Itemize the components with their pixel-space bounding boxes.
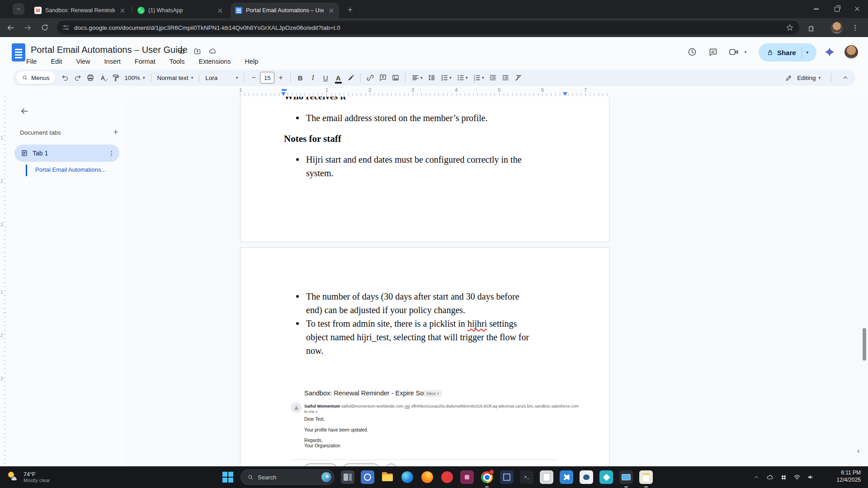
reload-button[interactable] <box>40 23 50 33</box>
underline-button[interactable]: U <box>319 71 332 84</box>
add-comment-button[interactable] <box>377 71 389 84</box>
menu-file[interactable]: File <box>24 57 39 66</box>
print-button[interactable] <box>84 71 97 84</box>
doc-bullet-line[interactable]: now. <box>306 344 323 357</box>
doc-bullet-line[interactable]: system. <box>306 166 334 180</box>
outline-heading-link[interactable]: Portal Email Automations... <box>35 166 106 173</box>
start-button[interactable] <box>222 472 233 483</box>
italic-button[interactable]: I <box>307 71 319 84</box>
tab-close-button[interactable] <box>327 6 335 14</box>
taskbar-app-firefox-icon[interactable] <box>420 470 434 484</box>
document-title[interactable]: Portal Email Automations – User Guide <box>31 45 188 55</box>
toolbar-menus-button[interactable]: Menus <box>16 71 55 84</box>
document-page-2[interactable] <box>240 247 609 466</box>
taskbar-app-red-browser-icon[interactable] <box>440 470 454 484</box>
sidebar-tab-1[interactable]: Tab 1 <box>14 145 119 162</box>
menu-insert[interactable]: Insert <box>102 57 123 66</box>
doc-bullet-line[interactable]: end) can be adjusted if your policy chan… <box>306 303 465 317</box>
taskbar-app-notes-icon[interactable] <box>540 470 553 484</box>
doc-bullet-line[interactable]: Hijri start and end dates must be config… <box>306 153 522 166</box>
tab-options-icon[interactable] <box>108 150 115 157</box>
font-size-input[interactable]: 15 <box>260 72 274 84</box>
taskbar-app-camera-icon[interactable] <box>361 470 374 484</box>
clear-formatting-button[interactable] <box>512 71 524 84</box>
redo-button[interactable] <box>71 71 84 84</box>
meet-button[interactable] <box>727 45 741 59</box>
taskbar-app-terminal-icon[interactable]: >_ <box>520 470 533 484</box>
tray-wifi-icon[interactable] <box>792 473 802 482</box>
taskbar-weather-widget[interactable]: 74°F Mostly clear <box>5 468 53 486</box>
gemini-button[interactable] <box>824 46 835 58</box>
zoom-select[interactable]: 100% ▾ <box>122 75 148 81</box>
menu-help[interactable]: Help <box>242 57 261 66</box>
taskbar-app-chrome-icon[interactable] <box>480 470 494 484</box>
taskbar-app-database-icon[interactable] <box>580 470 593 484</box>
browser-tab-gmail[interactable]: M Sandbox: Renewal Reminder - E <box>30 3 130 18</box>
increase-indent-button[interactable] <box>499 71 512 84</box>
taskbar-app-diamond-icon[interactable] <box>599 470 613 484</box>
undo-button[interactable] <box>59 71 71 84</box>
taskbar-app-notepad-icon[interactable] <box>639 470 653 484</box>
taskbar-app-system-monitor-icon[interactable] <box>619 470 633 484</box>
move-to-folder-button[interactable] <box>193 47 202 56</box>
window-restore-button[interactable] <box>826 0 847 18</box>
doc-bullet-line[interactable]: To test from admin site, there is a pick… <box>306 317 517 330</box>
document-status-button[interactable] <box>208 47 217 56</box>
increase-font-size-button[interactable]: + <box>274 71 287 84</box>
paragraph-style-select[interactable]: Normal text ▾ <box>155 75 196 81</box>
align-button[interactable]: ▾ <box>409 71 425 84</box>
extensions-button[interactable] <box>807 23 816 33</box>
browser-tab-whatsapp[interactable]: (1) WhatsApp <box>133 3 228 18</box>
docs-profile-avatar[interactable] <box>844 45 858 59</box>
bing-daily-icon[interactable] <box>321 472 331 482</box>
browser-menu-button[interactable] <box>850 23 860 33</box>
meet-dropdown-button[interactable]: ▾ <box>741 45 749 59</box>
taskbar-app-dev-tool-icon[interactable] <box>460 470 474 484</box>
window-minimize-button[interactable] <box>806 0 826 18</box>
menu-tools[interactable]: Tools <box>167 57 188 66</box>
horizontal-ruler[interactable]: 1 1 2 3 4 5 6 7 <box>127 87 868 97</box>
browser-profile-avatar[interactable] <box>831 22 843 33</box>
tab-close-button[interactable] <box>216 6 224 14</box>
insert-image-button[interactable] <box>389 71 402 84</box>
tray-onedrive-icon[interactable] <box>765 473 775 482</box>
tab-search-button[interactable] <box>13 3 24 15</box>
left-indent-marker[interactable] <box>281 92 286 96</box>
window-close-button[interactable] <box>847 0 868 18</box>
forward-button[interactable] <box>23 23 33 33</box>
version-history-button[interactable] <box>685 45 699 59</box>
right-indent-marker[interactable] <box>563 92 567 96</box>
add-tab-button[interactable] <box>110 127 121 137</box>
decrease-indent-button[interactable] <box>486 71 499 84</box>
tab-close-button[interactable] <box>118 6 127 14</box>
spellcheck-button[interactable]: A <box>97 71 109 84</box>
highlight-color-button[interactable] <box>344 71 357 84</box>
text-color-button[interactable]: A <box>332 71 344 84</box>
chevron-down-icon[interactable]: ▾ <box>807 50 809 55</box>
tray-volume-icon[interactable] <box>806 473 816 482</box>
first-line-indent-marker[interactable] <box>282 89 287 91</box>
doc-heading[interactable]: Notes for staff <box>284 132 341 145</box>
bold-button[interactable]: B <box>294 71 307 84</box>
font-select[interactable]: Lora ▾ <box>203 75 241 81</box>
numbered-list-button[interactable]: ▾ <box>470 71 486 84</box>
editing-mode-select[interactable]: Editing ▾ <box>782 74 823 82</box>
hide-menus-button[interactable] <box>839 71 852 84</box>
paint-format-button[interactable] <box>109 71 122 84</box>
close-panel-button[interactable] <box>18 105 31 117</box>
taskbar-app-file-explorer-icon[interactable] <box>381 470 394 484</box>
taskbar-app-vscode-icon[interactable] <box>560 470 573 484</box>
doc-bullet-line[interactable]: The email address stored on the member’s… <box>306 111 488 125</box>
new-tab-button[interactable] <box>344 4 355 15</box>
browser-tab-docs-active[interactable]: Portal Email Automations – Use <box>231 3 339 18</box>
taskbar-clock[interactable]: 6:11 PM 12/4/2025 <box>819 469 861 483</box>
menu-view[interactable]: View <box>73 57 93 66</box>
line-spacing-button[interactable] <box>425 71 438 84</box>
insert-link-button[interactable] <box>364 71 377 84</box>
bulleted-list-button[interactable]: ▾ <box>454 71 470 84</box>
comments-button[interactable] <box>706 45 720 59</box>
bookmark-star-icon[interactable] <box>786 23 794 32</box>
site-settings-icon[interactable] <box>62 24 70 31</box>
doc-bullet-line[interactable]: The number of days (30 days after start … <box>306 290 519 303</box>
decrease-font-size-button[interactable]: − <box>247 71 260 84</box>
